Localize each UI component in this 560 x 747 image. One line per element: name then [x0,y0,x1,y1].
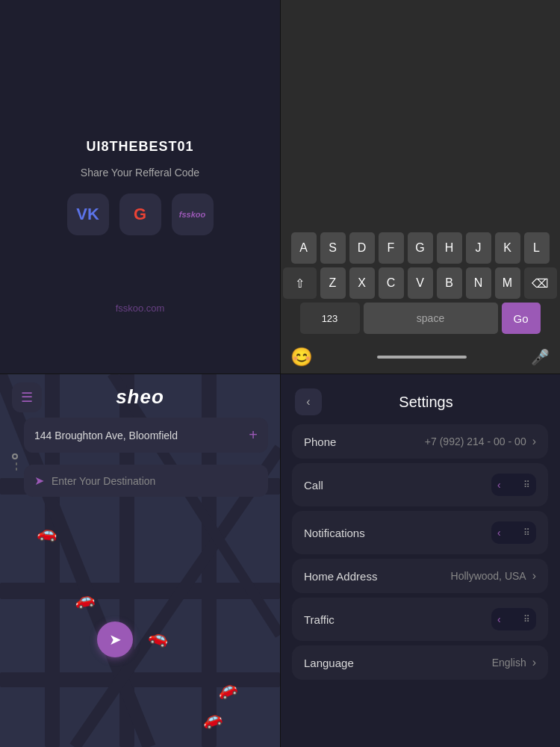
vk-label: VK [76,205,99,224]
custom-label: fsskoo [179,210,205,219]
add-stop-icon: + [249,427,258,444]
origin-input[interactable]: 144 Broughton Ave, Bloomfield + [24,418,268,453]
car-icon-4: 🚗 [37,522,58,543]
hamburger-icon: ☰ [21,389,33,406]
key-k[interactable]: K [495,232,520,264]
key-b[interactable]: B [437,267,462,299]
traffic-toggle-dots-icon: ⠿ [523,614,530,624]
origin-address: 144 Broughton Ave, Bloomfield [34,430,241,441]
svg-rect-3 [0,672,280,687]
notifications-toggle-chevron-icon: ‹ [497,527,501,539]
destination-input[interactable]: ➤ Enter Your Destination [24,465,268,497]
traffic-toggle-chevron-icon: ‹ [497,613,501,625]
emoji-key[interactable]: 😊 [290,347,313,368]
map-panel: 🚗 🚗 🚗 🚗 🚗 ☰ sheo 144 Broughton Ave, Bloo… [0,374,280,747]
traffic-toggle[interactable]: ‹ ⠿ [491,608,536,630]
home-address-value: Hollywood, USA [451,570,526,582]
home-address-right: Hollywood, USA › [451,569,536,583]
home-address-chevron-icon: › [532,569,536,583]
key-f[interactable]: F [379,232,404,264]
home-address-label: Home Address [304,570,377,583]
settings-list: Phone +7 (992) 214 - 00 - 00 › Call ‹ ⠿ … [280,424,560,747]
watermark: fsskoo.com [116,303,165,314]
key-d[interactable]: D [349,232,375,264]
phone-label: Phone [304,436,336,448]
google-label: G [134,205,146,224]
keyboard-row-3: 123 space Go [283,303,557,334]
settings-panel: ‹ Settings Phone +7 (992) 214 - 00 - 00 … [280,374,560,747]
phone-right: +7 (992) 214 - 00 - 00 › [425,435,536,448]
keyboard-bottom-bar: 😊 🎤 [280,342,560,374]
settings-item-phone[interactable]: Phone +7 (992) 214 - 00 - 00 › [292,424,548,459]
traffic-label: Traffic [304,613,335,626]
destination-arrow-icon: ➤ [34,474,44,488]
svg-rect-2 [0,583,280,599]
settings-title: Settings [334,394,545,411]
hamburger-button[interactable]: ☰ [12,382,42,412]
key-x[interactable]: X [349,267,375,299]
keyboard-row-1: A S D F G H J K L [283,232,557,264]
keyboard-rows: A S D F G H J K L ⇧ Z X C V B N M ⌫ [280,228,560,342]
call-toggle[interactable]: ‹ ⠿ [491,474,536,496]
key-space[interactable]: space [364,303,498,334]
back-chevron-icon: ‹ [306,395,310,409]
key-s[interactable]: S [320,232,346,264]
key-h[interactable]: H [437,232,462,264]
share-text: Share Your Refferal Code [81,167,199,179]
settings-item-home-address[interactable]: Home Address Hollywood, USA › [292,559,548,593]
referral-panel: UI8THEBEST01 Share Your Refferal Code VK… [0,0,280,374]
phone-value: +7 (992) 214 - 00 - 00 [425,436,526,447]
key-g[interactable]: G [408,232,433,264]
key-v[interactable]: V [408,267,433,299]
toggle-dots-icon: ⠿ [523,480,530,490]
notifications-label: Notifications [304,527,365,539]
keyboard-row-2: ⇧ Z X C V B N M ⌫ [283,267,557,299]
map-header: ☰ sheo [12,385,268,409]
key-c[interactable]: C [379,267,404,299]
language-chevron-icon: › [532,656,536,669]
navigation-icon: ➤ [109,630,122,648]
back-button[interactable]: ‹ [295,388,322,415]
notifications-toggle[interactable]: ‹ ⠿ [491,521,536,544]
language-label: Language [304,657,354,669]
key-j[interactable]: J [466,232,491,264]
key-a[interactable]: A [291,232,317,264]
keyboard-area: A S D F G H J K L ⇧ Z X C V B N M ⌫ [280,0,560,374]
key-z[interactable]: Z [320,267,346,299]
language-value: English [492,657,526,669]
home-indicator [377,356,467,359]
key-l[interactable]: L [524,232,550,264]
key-m[interactable]: M [495,267,520,299]
social-buttons: VK G fsskoo [67,193,214,235]
map-overlay: ☰ sheo 144 Broughton Ave, Bloomfield + ➤ [0,374,280,518]
call-label: Call [304,479,323,492]
notifications-toggle-dots-icon: ⠿ [523,527,530,538]
custom-share-button[interactable]: fsskoo [172,193,214,235]
car-icon-1: 🚗 [73,589,96,611]
referral-code: UI8THEBEST01 [86,139,193,155]
key-numbers[interactable]: 123 [300,303,360,334]
vertical-divider [280,0,281,747]
settings-header: ‹ Settings [280,374,560,424]
microphone-icon[interactable]: 🎤 [531,348,550,366]
key-n[interactable]: N [466,267,491,299]
settings-item-traffic[interactable]: Traffic ‹ ⠿ [292,598,548,641]
settings-item-language[interactable]: Language English › [292,645,548,680]
vk-button[interactable]: VK [67,193,109,235]
settings-item-call[interactable]: Call ‹ ⠿ [292,463,548,506]
toggle-chevron-icon: ‹ [497,479,501,491]
phone-chevron-icon: › [532,435,536,448]
app-logo: sheo [116,385,164,409]
destination-placeholder: Enter Your Destination [52,475,258,487]
key-go[interactable]: Go [502,303,541,334]
key-delete[interactable]: ⌫ [524,267,558,299]
my-location-button[interactable]: ➤ [97,622,133,657]
google-button[interactable]: G [119,193,161,235]
key-shift[interactable]: ⇧ [283,267,317,299]
settings-item-notifications[interactable]: Notifications ‹ ⠿ [292,511,548,554]
language-right: English › [492,656,536,669]
keyboard-panel: A S D F G H J K L ⇧ Z X C V B N M ⌫ [280,0,560,374]
